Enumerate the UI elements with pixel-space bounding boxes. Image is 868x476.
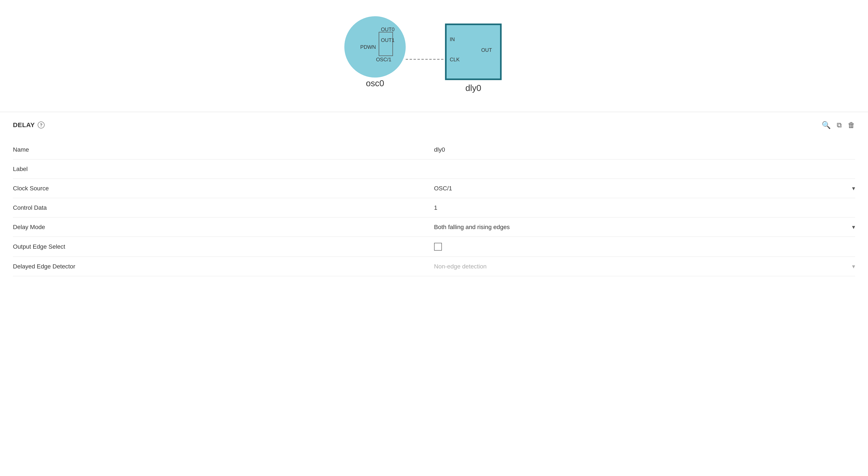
panel-title-text: DELAY [13,121,35,129]
property-row-label_val: Label [13,159,855,179]
osc0-out1-label: OUT1 [381,37,395,43]
checkbox-output_edge_select[interactable] [434,243,442,250]
osc0-label: osc0 [366,78,384,88]
panel-header: DELAY ? 🔍 ⧉ 🗑 [13,121,855,129]
property-row-name: Name [13,140,855,159]
label-delay_mode: Delay Mode [13,224,434,231]
dly0-shape[interactable] [446,24,501,79]
value-output_edge_select [434,243,855,250]
label-output_edge_select: Output Edge Select [13,243,434,250]
diagram-area: PDWN OUT0 OUT1 OSC/1 osc0 IN CLK OUT dly… [0,0,868,112]
copy-icon[interactable]: ⧉ [837,121,842,129]
dropdown-arrow-clock_source: ▾ [852,185,855,192]
value-clock_source[interactable]: OSC/1▾ [434,185,855,192]
property-rows: NameLabelClock SourceOSC/1▾Control DataD… [13,140,855,276]
osc0-osc1-label: OSC/1 [376,57,391,62]
label-label_val: Label [13,166,434,172]
properties-panel: DELAY ? 🔍 ⧉ 🗑 NameLabelClock SourceOSC/1… [0,112,868,285]
value-control_data[interactable] [434,204,855,211]
property-row-delayed_edge_detector: Delayed Edge DetectorNon-edge detection▾ [13,257,855,276]
label-clock_source: Clock Source [13,185,434,192]
dropdown-delay_mode[interactable]: Both falling and rising edges▾ [434,224,855,231]
label-delayed_edge_detector: Delayed Edge Detector [13,263,434,270]
input-name[interactable] [434,146,855,153]
dropdown-value-delay_mode: Both falling and rising edges [434,224,510,231]
property-row-clock_source: Clock SourceOSC/1▾ [13,179,855,198]
value-name[interactable] [434,146,855,153]
dly0-out-label: OUT [481,47,492,53]
input-control_data[interactable] [434,204,855,211]
dropdown-arrow-delay_mode: ▾ [852,224,855,231]
panel-title-group: DELAY ? [13,121,44,129]
property-row-delay_mode: Delay ModeBoth falling and rising edges▾ [13,217,855,237]
label-control_data: Control Data [13,204,434,211]
help-icon[interactable]: ? [38,122,44,128]
label-name: Name [13,146,434,153]
osc0-pdwn-label: PDWN [360,44,376,50]
input-label_val[interactable] [434,166,855,172]
panel-actions: 🔍 ⧉ 🗑 [822,121,855,129]
diagram-svg: PDWN OUT0 OUT1 OSC/1 osc0 IN CLK OUT dly… [17,9,851,99]
dropdown-value-delayed_edge_detector: Non-edge detection [434,263,487,270]
value-label_val[interactable] [434,166,855,172]
delete-icon[interactable]: 🗑 [848,121,855,129]
dly0-clk-label: CLK [450,57,460,62]
property-row-output_edge_select: Output Edge Select [13,237,855,257]
property-row-control_data: Control Data [13,198,855,217]
dly0-label: dly0 [465,83,481,93]
osc0-out0-label: OUT0 [381,27,395,32]
checkbox-wrapper-output_edge_select [434,243,855,250]
value-delayed_edge_detector[interactable]: Non-edge detection▾ [434,263,855,270]
dropdown-arrow-delayed_edge_detector: ▾ [852,263,855,270]
value-delay_mode[interactable]: Both falling and rising edges▾ [434,224,855,231]
dropdown-delayed_edge_detector[interactable]: Non-edge detection▾ [434,263,855,270]
search-icon[interactable]: 🔍 [822,121,831,129]
dly0-in-label: IN [450,37,455,42]
dropdown-value-clock_source: OSC/1 [434,185,452,192]
dropdown-clock_source[interactable]: OSC/1▾ [434,185,855,192]
